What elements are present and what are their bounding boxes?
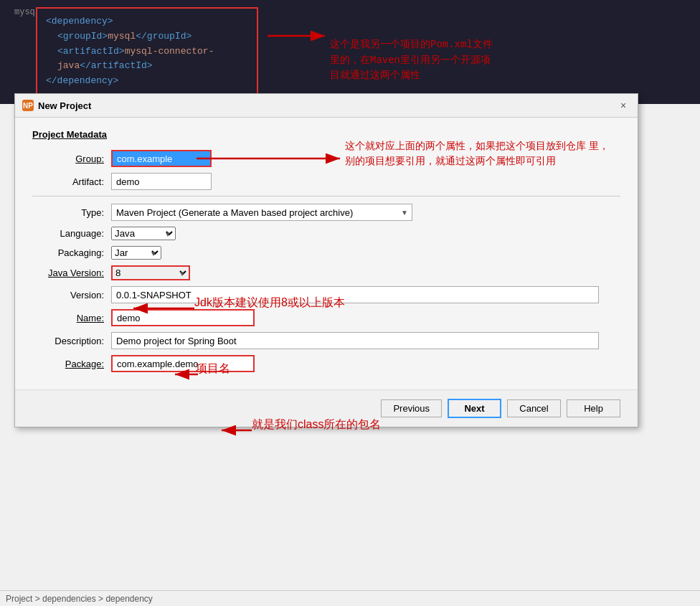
- group-label: Group:: [32, 153, 111, 164]
- status-bar: Project > dependencies > dependency: [0, 590, 700, 606]
- package-label: Package:: [32, 359, 111, 369]
- name-label-text: Name:: [77, 313, 104, 323]
- package-row: Package:: [32, 355, 620, 372]
- arrow-top: [264, 14, 336, 57]
- annotation-package: 就是我们class所在的包名: [252, 417, 381, 432]
- dialog-title-left: NP New Project: [22, 100, 91, 111]
- java-version-select[interactable]: 8 11 17: [111, 265, 190, 280]
- code-line-groupid: <groupId>mysql</groupId>: [46, 29, 248, 44]
- package-label-text: Package:: [65, 359, 104, 369]
- artifact-input[interactable]: [111, 173, 212, 190]
- next-button[interactable]: Next: [448, 399, 501, 418]
- dialog-body: Project Metadata Group: Artifact: Type: …: [15, 118, 638, 389]
- packaging-select-wrapper: Jar ▼: [111, 246, 161, 260]
- code-line-dep: <dependency>: [46, 14, 248, 29]
- annotation-group-artifact: 这个就对应上面的两个属性，如果把这个项目放到仓库 里，别的项目想要引用，就通过这…: [345, 139, 618, 169]
- status-text: Project > dependencies > dependency: [6, 594, 153, 604]
- dialog-title: New Project: [38, 100, 91, 111]
- code-dependency-box: <dependency> <groupId>mysql</groupId> <a…: [36, 7, 258, 96]
- type-select[interactable]: Maven Project (Generate a Maven based pr…: [111, 204, 412, 221]
- version-label-text: Version:: [70, 290, 104, 300]
- packaging-row: Packaging: Jar ▼: [32, 246, 620, 260]
- language-select[interactable]: Java: [111, 227, 176, 240]
- code-background: mysql 3-Ml <dependency> <groupId>mysql</…: [0, 0, 700, 104]
- code-line-artifactid: <artifactId>mysql-connector-java</artifa…: [46, 44, 248, 75]
- version-label: Version:: [32, 290, 111, 300]
- close-button[interactable]: ×: [616, 98, 630, 113]
- cancel-button[interactable]: Cancel: [507, 399, 561, 417]
- artifact-row: Artifact:: [32, 173, 620, 190]
- version-input[interactable]: [111, 286, 599, 303]
- annotation-jdk: Jdk版本建议使用8或以上版本: [194, 295, 345, 311]
- group-input[interactable]: [111, 150, 212, 167]
- artifact-label-text: Artifact:: [72, 176, 104, 187]
- previous-button[interactable]: Previous: [381, 399, 442, 417]
- type-select-wrapper: Maven Project (Generate a Maven based pr…: [111, 204, 412, 221]
- language-row: Language: Java ▼: [32, 227, 620, 240]
- java-version-select-wrapper: 8 11 17 ▼: [111, 265, 190, 280]
- help-button[interactable]: Help: [567, 399, 620, 417]
- language-label: Language:: [32, 228, 111, 239]
- language-select-wrapper: Java ▼: [111, 227, 176, 240]
- section-title: Project Metadata: [32, 129, 620, 140]
- type-label: Type:: [32, 207, 111, 218]
- artifact-label: Artifact:: [32, 176, 111, 187]
- packaging-select[interactable]: Jar: [111, 246, 161, 260]
- annotation-top: 这个是我另一个项目的Pom.xml文件 里的，在Maven里引用另一个开源项 目…: [330, 37, 610, 84]
- packaging-label-text: Packaging:: [58, 247, 104, 258]
- description-row: Description:: [32, 332, 620, 349]
- name-label: Name:: [32, 313, 111, 323]
- type-row: Type: Maven Project (Generate a Maven ba…: [32, 204, 620, 221]
- new-project-dialog: NP New Project × Project Metadata Group:…: [14, 93, 638, 427]
- java-version-row: Java Version: 8 11 17 ▼: [32, 265, 620, 280]
- packaging-label: Packaging:: [32, 247, 111, 258]
- divider-1: [32, 196, 620, 197]
- name-row: Name:: [32, 309, 620, 326]
- name-input[interactable]: [111, 309, 255, 326]
- description-input[interactable]: [111, 332, 599, 349]
- java-version-label-text: Java Version:: [48, 268, 104, 278]
- dialog-icon: NP: [22, 100, 34, 111]
- package-input[interactable]: [111, 355, 255, 372]
- language-label-text: Language:: [60, 228, 104, 239]
- annotation-name: 项目名: [196, 361, 230, 377]
- dialog-titlebar: NP New Project ×: [15, 94, 638, 118]
- code-line-closedep: </dependency>: [46, 74, 248, 89]
- type-label-text: Type:: [81, 207, 104, 218]
- description-label: Description:: [32, 336, 111, 346]
- group-label-text: Group:: [75, 153, 104, 164]
- java-version-label: Java Version:: [32, 268, 111, 278]
- description-label-text: Description:: [55, 336, 104, 346]
